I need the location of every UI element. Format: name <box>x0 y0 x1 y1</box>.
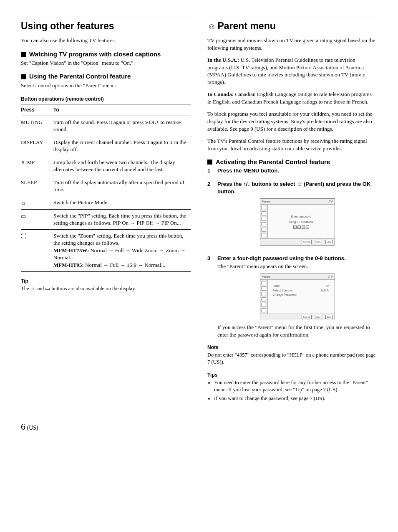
button-operations-table: Press To MUTING Turn off the sound. Pres… <box>21 104 191 271</box>
step-3: Enter a four-digit password using the 0-… <box>207 255 377 339</box>
zoom-desc: Switch the "Zoom" setting. Each time you… <box>53 233 183 246</box>
page-region: (US) <box>25 425 38 431</box>
osd-screenshot-1: Parent :TV Enter password using 0 - 9 bu… <box>260 198 335 246</box>
ss2-r2b: U.S.A. <box>321 289 329 293</box>
subheading-activating-text: Activating the Parental Control feature <box>216 158 330 166</box>
tips-item-1: You need to enter the password here for … <box>214 379 377 393</box>
cell-press: SLEEP <box>21 176 53 196</box>
model-1: MFM-HT75W: <box>53 247 89 253</box>
ss1-select: Select: <box>302 240 312 244</box>
updown-icon: ↑/↓ <box>243 181 250 187</box>
p2: In the U.S.A.: U.S. Television Parental … <box>207 56 377 86</box>
cell-to: Switch the Picture Mode. <box>53 196 191 209</box>
ss1-set: Set: <box>315 240 322 244</box>
ss2-r3a: Change Password <box>273 293 297 297</box>
tip-heading: Tip <box>21 278 191 284</box>
note-body: Do not enter "4357" corresponding to "HE… <box>207 352 377 366</box>
cell-to: Turn off the sound. Press it again or pr… <box>53 116 191 136</box>
note-heading: Note <box>207 344 377 351</box>
tip-c: buttons are also available on the displa… <box>51 286 136 291</box>
p1: TV programs and movies shown on TV are g… <box>207 37 377 51</box>
ss1-title: Parent <box>262 200 271 203</box>
cell-to: Switch the "PIP" setting. Each time you … <box>53 209 191 229</box>
step-1-text: Press the MENU button. <box>217 167 279 175</box>
ss1-password-boxes <box>293 225 309 229</box>
step-2-text: Press the ↑/↓ buttons to select ☺ (Paren… <box>217 180 377 195</box>
step-1: Press the MENU button. <box>207 167 377 175</box>
ss2-r2a: Select Country: <box>273 289 293 293</box>
ss1-msg1: Enter password <box>291 215 311 218</box>
cell-press: JUMP <box>21 156 53 176</box>
steps-list: Press the MENU button. Press the ↑/↓ but… <box>207 167 377 338</box>
subheading-captions: Watching TV programs with closed caption… <box>21 50 191 58</box>
pip-icon: ▭ <box>21 213 26 220</box>
zoom-icon: ⛶ <box>21 233 26 240</box>
pip-icon: ▭ <box>45 285 50 292</box>
cell-to: Display the current channel number. Pres… <box>53 136 191 156</box>
page-columns: Using other features You can also use th… <box>21 17 377 404</box>
ss2-r1a: Lock: <box>273 284 280 289</box>
ss1-src: :TV <box>328 200 333 203</box>
table-caption: Button operations (remote control) <box>21 96 191 102</box>
ss1-msg2: using 0 - 9 buttons <box>289 220 313 224</box>
osd-screenshot-2: Parent :TV Lock:Off Select Country:U.S.A… <box>260 274 335 321</box>
step-3-body: The "Parent" menu appears on the screen. <box>217 263 377 270</box>
s2a: Press the <box>217 181 243 187</box>
step-3-text: Enter a four-digit password using the 0-… <box>217 255 377 262</box>
table-row: SLEEP Turn off the display automatically… <box>21 176 191 196</box>
bullet-square-icon <box>21 74 26 79</box>
page-number: 6 <box>21 421 25 432</box>
subheading-parental-text: Using the Parental Control feature <box>29 72 131 81</box>
right-heading: ☺Parent menu <box>207 17 377 33</box>
cell-press: MUTING <box>21 116 53 136</box>
model-2: MFM-HT95: <box>53 262 84 268</box>
p3: In Canada: Canadian English Language rat… <box>207 91 377 105</box>
p2-label: In the U.S.A.: <box>207 57 239 63</box>
p3-label: In Canada: <box>207 91 234 97</box>
step-2: Press the ↑/↓ buttons to select ☺ (Paren… <box>207 180 377 249</box>
p5: The TV's Parental Control feature functi… <box>207 137 377 152</box>
page-footer: 6 (US) <box>21 421 377 433</box>
cell-press: ▭ <box>21 209 53 229</box>
table-row: DISPLAY Display the current channel numb… <box>21 136 191 156</box>
left-heading: Using other features <box>21 17 191 33</box>
parent-icon: ☺ <box>207 22 216 31</box>
right-heading-text: Parent menu <box>217 20 275 31</box>
ss2-src: :TV <box>328 275 333 279</box>
bullet-square-icon <box>207 160 212 165</box>
parental-desc: Select control options in the "Parent" m… <box>21 82 191 89</box>
ss2-title: Parent <box>262 275 271 279</box>
tips-list: You need to enter the password here for … <box>207 379 377 402</box>
right-column: ☺Parent menu TV programs and movies show… <box>207 17 377 404</box>
subheading-captions-text: Watching TV programs with closed caption… <box>29 50 161 58</box>
cell-to: Switch the "Zoom" setting. Each time you… <box>53 229 191 271</box>
left-column: Using other features You can also use th… <box>21 17 191 404</box>
tips-heading: Tips <box>207 372 377 378</box>
table-row: ⛶ Switch the "Zoom" setting. Each time y… <box>21 229 191 271</box>
cell-to: Turn off the display automatically after… <box>53 176 191 196</box>
bullet-square-icon <box>21 52 26 57</box>
parent-icon: ☺ <box>297 181 302 187</box>
subheading-activating: Activating the Parental Control feature <box>207 158 377 166</box>
ss2-select: Select: <box>302 315 312 319</box>
brightness-icon: ☼ <box>21 199 26 207</box>
step-3-after: If you access the "Parent" menu for the … <box>217 324 377 338</box>
th-press: Press <box>21 104 53 116</box>
ss2-side-icons <box>260 280 268 314</box>
tip-b: and <box>36 286 45 291</box>
brightness-icon: ☼ <box>30 285 35 292</box>
ss1-side-icons <box>260 205 268 238</box>
table-row: MUTING Turn off the sound. Press it agai… <box>21 116 191 136</box>
table-row: JUMP Jump back and forth between two cha… <box>21 156 191 176</box>
cell-press: ⛶ <box>21 229 53 271</box>
s2b: buttons to select <box>250 181 297 187</box>
tip-a: The <box>21 286 30 291</box>
cell-to: Jump back and forth between two channels… <box>53 156 191 176</box>
th-to: To <box>53 104 191 116</box>
seq-2: Normal → Full → 16:9 → Normal... <box>84 262 165 268</box>
cell-press: ☼ <box>21 196 53 209</box>
ss2-set: Set: <box>315 315 322 319</box>
ss2-exit: Exit: <box>325 315 333 319</box>
table-row: ▭ Switch the "PIP" setting. Each time yo… <box>21 209 191 229</box>
tip-body: The ☼ and ▭ buttons are also available o… <box>21 285 191 293</box>
